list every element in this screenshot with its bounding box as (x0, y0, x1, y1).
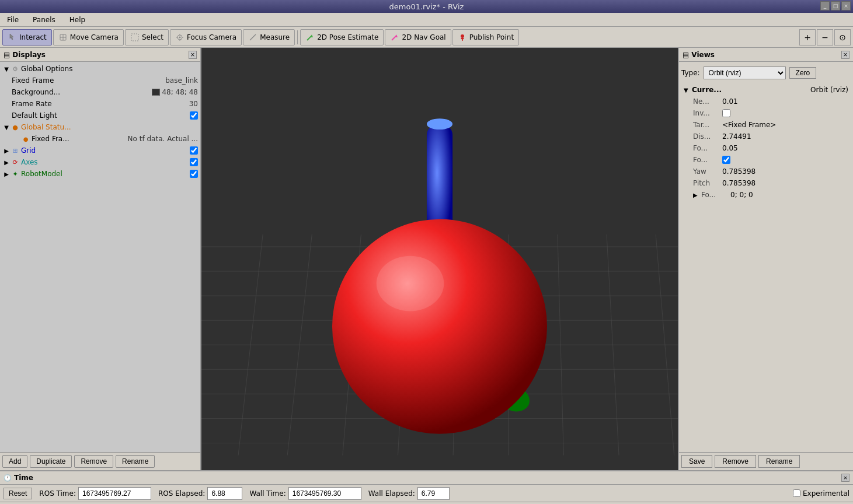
rename-button[interactable]: Rename (116, 455, 155, 468)
fixed-frame-status-row: ● Fixed Fra... No tf data. Actual ... (0, 133, 200, 145)
views-close-button[interactable]: × (841, 51, 849, 59)
global-options-row[interactable]: ▼ ⚙ Global Options (0, 63, 200, 75)
target-value[interactable]: <Fixed Frame> (722, 121, 776, 129)
grid-row[interactable]: ▶ ⊞ Grid (0, 145, 200, 156)
near-value[interactable]: 0.01 (722, 97, 738, 106)
select-icon (130, 33, 140, 42)
yaw-label: Yaw (693, 167, 722, 176)
grid-label: Grid (20, 146, 190, 155)
add-button[interactable]: Add (2, 455, 27, 468)
invert-row: Inv... (681, 107, 851, 119)
views-type-row: Type: Orbit (rviz) XYOrbit (rviz) FPS (r… (681, 64, 851, 82)
menu-file[interactable]: File (2, 15, 23, 25)
global-status-expand[interactable]: ▼ (2, 123, 11, 131)
focal-point-row[interactable]: ▶ Fo... 0; 0; 0 (681, 189, 851, 201)
experimental-label: Experimental (803, 489, 849, 498)
remove-display-button[interactable]: − (817, 29, 833, 46)
yaw-value[interactable]: 0.785398 (722, 167, 755, 176)
robot-model-icon: ✦ (11, 169, 20, 178)
views-save-button[interactable]: Save (681, 455, 712, 468)
sync-button[interactable]: ⊙ (834, 29, 851, 46)
move-camera-label: Move Camera (70, 33, 119, 41)
time-panel-close[interactable]: × (841, 474, 849, 482)
focus-camera-label: Focus Camera (187, 33, 236, 41)
focal-size-row: Fo... 0.05 (681, 142, 851, 154)
invert-label: Inv... (693, 109, 722, 117)
select-tool[interactable]: Select (125, 29, 169, 46)
views-title-label: Views (691, 51, 715, 59)
robot-model-checkbox[interactable] (190, 170, 198, 178)
background-color-swatch[interactable] (152, 89, 160, 96)
title-bar: demo01.rviz* - RViz _ □ × (0, 0, 853, 13)
views-panel-header: ▤ Views × (679, 48, 853, 62)
focal-enabled-row: Fo... (681, 154, 851, 166)
near-row: Ne... 0.01 (681, 96, 851, 107)
global-status-row[interactable]: ▼ ● Global Statu... (0, 121, 200, 133)
close-button[interactable]: × (841, 1, 851, 10)
toolbar-right-controls: + − ⊙ (799, 29, 851, 46)
axes-checkbox[interactable] (190, 158, 198, 166)
reset-button[interactable]: Reset (4, 488, 32, 499)
fixed-frame-status-label: Fixed Fra... (30, 135, 128, 143)
interact-tool[interactable]: Interact (2, 29, 52, 46)
pitch-value[interactable]: 0.785398 (722, 179, 755, 187)
views-type-select[interactable]: Orbit (rviz) XYOrbit (rviz) FPS (rviz) T… (704, 66, 786, 79)
frame-rate-row: Frame Rate 30 (0, 98, 200, 110)
time-panel-label: Time (14, 474, 33, 482)
global-options-expand[interactable]: ▼ (2, 65, 11, 73)
grid-checkbox[interactable] (190, 146, 198, 155)
robot-model-row[interactable]: ▶ ✦ RobotModel (0, 168, 200, 180)
focal-point-expand[interactable]: ▶ (693, 192, 701, 198)
wall-time-label: Wall Time: (249, 489, 286, 498)
2d-pose-tool[interactable]: 2D Pose Estimate (300, 29, 384, 46)
focal-size-value[interactable]: 0.05 (722, 144, 738, 152)
move-camera-tool[interactable]: Move Camera (53, 29, 124, 46)
svg-point-45 (332, 219, 547, 434)
current-view-expand[interactable]: ▼ (684, 87, 692, 93)
views-rename-button[interactable]: Rename (758, 455, 800, 468)
2d-nav-tool[interactable]: 2D Nav Goal (385, 29, 451, 46)
views-zero-button[interactable]: Zero (789, 67, 817, 79)
views-remove-button[interactable]: Remove (715, 455, 756, 468)
grid-expand[interactable]: ▶ (2, 146, 11, 155)
frame-rate-value[interactable]: 30 (189, 100, 198, 108)
ros-time-label: ROS Time: (39, 489, 76, 498)
focal-enabled-checkbox[interactable] (722, 156, 730, 164)
robot-model-label: RobotModel (20, 170, 190, 178)
ros-time-input[interactable] (78, 487, 151, 500)
3d-viewport[interactable]: ◀ ▶ (201, 48, 678, 470)
remove-button[interactable]: Remove (74, 455, 113, 468)
target-label: Tar... (693, 121, 722, 129)
default-light-checkbox[interactable] (190, 111, 198, 120)
publish-point-tool[interactable]: Publish Point (452, 29, 519, 46)
fixed-frame-label: Fixed Frame (11, 76, 165, 85)
fixed-frame-value[interactable]: base_link (165, 76, 198, 85)
views-tree: ▼ Curre... Orbit (rviz) Ne... 0.01 Inv..… (681, 84, 851, 201)
maximize-button[interactable]: □ (831, 1, 840, 10)
2d-pose-label: 2D Pose Estimate (317, 33, 378, 41)
menu-help[interactable]: Help (65, 15, 90, 25)
ros-elapsed-input[interactable] (207, 487, 242, 500)
wall-elapsed-input[interactable] (417, 487, 450, 500)
focus-camera-tool[interactable]: Focus Camera (170, 29, 242, 46)
wall-time-field: Wall Time: (249, 487, 361, 500)
experimental-checkbox[interactable] (793, 489, 800, 497)
clock-icon: 🕐 (4, 474, 12, 482)
displays-close-button[interactable]: × (189, 51, 197, 59)
invert-checkbox[interactable] (722, 109, 730, 117)
default-light-label: Default Light (11, 111, 190, 120)
near-label: Ne... (693, 97, 722, 106)
current-view-row[interactable]: ▼ Curre... Orbit (rviz) (681, 84, 851, 96)
minimize-button[interactable]: _ (820, 1, 830, 10)
distance-value[interactable]: 2.74491 (722, 132, 751, 141)
svg-point-5 (179, 36, 180, 38)
displays-title-label: Displays (12, 51, 46, 59)
measure-tool[interactable]: Measure (243, 29, 295, 46)
robot-model-expand[interactable]: ▶ (2, 170, 11, 178)
menu-panels[interactable]: Panels (28, 15, 60, 25)
duplicate-button[interactable]: Duplicate (30, 455, 72, 468)
axes-row[interactable]: ▶ ⟳ Axes (0, 156, 200, 168)
add-display-button[interactable]: + (799, 29, 816, 46)
axes-expand[interactable]: ▶ (2, 158, 11, 166)
wall-time-input[interactable] (288, 487, 361, 500)
